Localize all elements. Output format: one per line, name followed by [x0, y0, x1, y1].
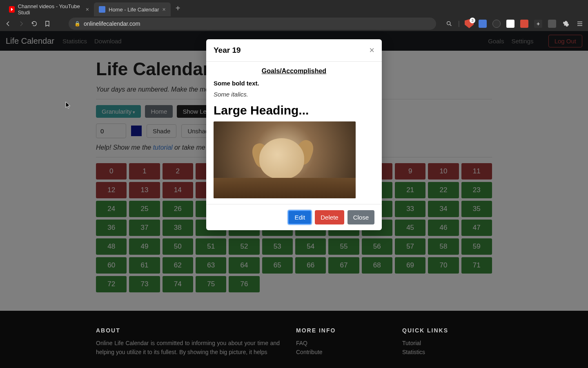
large-heading: Large Heading...: [214, 103, 374, 117]
footer-quick-heading: QUICK LINKS: [402, 327, 492, 334]
menu-icon[interactable]: [576, 20, 584, 28]
footer-more-heading: MORE INFO: [296, 327, 386, 334]
address-bar[interactable]: 🔒 onlinelifecalendar.com: [69, 18, 436, 30]
shield-count: 3: [470, 18, 475, 23]
svg-point-0: [447, 22, 450, 25]
close-button[interactable]: Close: [347, 210, 374, 224]
extensions-icon[interactable]: [562, 20, 570, 28]
browser-tab[interactable]: Home - Life Calendar ×: [94, 2, 171, 16]
extension-icon[interactable]: [492, 20, 501, 28]
footer-link-statistics[interactable]: Statistics: [402, 348, 492, 357]
modal-title: Year 19: [214, 46, 241, 55]
tab-title: Home - Life Calendar: [109, 7, 159, 13]
close-icon[interactable]: ×: [86, 6, 89, 13]
youtube-icon: [9, 6, 15, 13]
zoom-icon[interactable]: [445, 20, 453, 28]
separator: |: [458, 20, 460, 27]
extension-icon[interactable]: [520, 20, 528, 28]
extension-icon[interactable]: [479, 20, 487, 28]
footer-link-faq[interactable]: FAQ: [296, 339, 386, 348]
delete-button[interactable]: Delete: [315, 210, 344, 224]
extension-icon[interactable]: [548, 20, 556, 28]
extension-icon[interactable]: [506, 20, 514, 28]
footer-link-contribute[interactable]: Contribute: [296, 348, 386, 357]
year-modal: Year 19 × Goals/Accomplished Some bold t…: [206, 39, 382, 230]
tab-title: Channel videos - YouTube Studi: [18, 3, 82, 16]
edit-button[interactable]: Edit: [288, 210, 312, 224]
forward-button[interactable]: [17, 20, 25, 28]
new-tab-button[interactable]: +: [171, 4, 185, 13]
footer-about-heading: ABOUT: [96, 327, 280, 334]
back-button[interactable]: [4, 20, 12, 28]
extension-icon[interactable]: +: [534, 20, 542, 28]
bookmark-icon[interactable]: [43, 20, 51, 28]
mouse-cursor: [65, 101, 71, 110]
goals-heading: Goals/Accomplished: [214, 67, 374, 75]
calendar-icon: [99, 6, 105, 13]
footer-about-text: Online Life Calendar is committed to inf…: [96, 339, 280, 357]
reload-button[interactable]: [30, 20, 38, 28]
lock-icon: 🔒: [74, 21, 80, 27]
footer-link-tutorial[interactable]: Tutorial: [402, 339, 492, 348]
shield-button[interactable]: 3: [465, 19, 474, 28]
browser-tab[interactable]: Channel videos - YouTube Studi ×: [4, 2, 94, 16]
italic-text: Some italics.: [214, 91, 374, 98]
close-icon[interactable]: ×: [369, 45, 374, 56]
bold-text: Some bold text.: [214, 80, 374, 87]
puppy-image: [214, 121, 356, 198]
close-icon[interactable]: ×: [163, 6, 166, 13]
url-text: onlinelifecalendar.com: [84, 20, 140, 27]
